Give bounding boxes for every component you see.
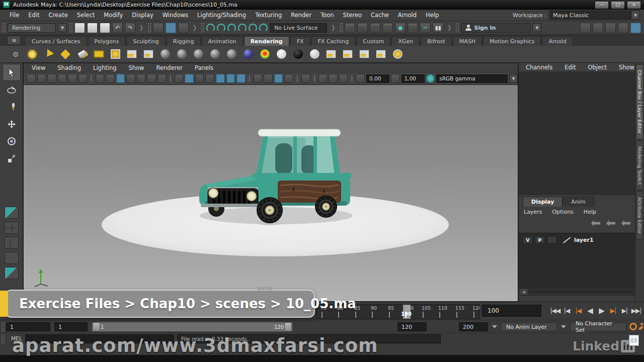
step-back-key-button[interactable]: |◀ — [573, 304, 584, 318]
layer-playback-toggle[interactable]: P — [535, 236, 545, 244]
drag-handle[interactable] — [69, 23, 72, 33]
workspace-dropdown-icon[interactable]: ▼ — [631, 11, 640, 20]
shelf-tab-rigging[interactable]: Rigging — [167, 36, 201, 46]
layout-outliner-button[interactable] — [5, 267, 19, 279]
menu-toon[interactable]: Toon — [316, 12, 338, 19]
shelf-tab-rendering[interactable]: Rendering — [244, 36, 289, 46]
snapshot-icon[interactable] — [78, 74, 88, 83]
drag-handle[interactable] — [455, 23, 459, 33]
hik-character-toggle-icon[interactable] — [593, 23, 603, 33]
safe-title-icon[interactable] — [157, 74, 167, 83]
move-tool[interactable] — [3, 116, 20, 132]
phong-material-icon[interactable] — [225, 48, 238, 61]
shelf-tab-custom[interactable]: Custom — [356, 36, 390, 46]
snap-to-grid-icon[interactable] — [206, 24, 215, 32]
2d-pan-zoom-icon[interactable] — [58, 74, 67, 83]
title-bar[interactable]: M Autodesk Maya: C:\Users\Lynda\Desktop\… — [0, 0, 644, 10]
shelf-tab-motion-graphics[interactable]: Motion Graphics — [483, 36, 541, 46]
menu-texturing[interactable]: Texturing — [251, 12, 286, 19]
modeling-toolkit-toggle-icon[interactable] — [580, 23, 591, 33]
character-set-selector[interactable]: No Character Set — [570, 322, 626, 331]
layout-four-view-button[interactable] — [5, 222, 19, 234]
colorspace-selector[interactable]: sRGB gamma — [436, 74, 508, 83]
gamma-field[interactable]: 1.00 — [401, 74, 425, 83]
anim-layer-selector[interactable]: No Anim Layer — [501, 322, 557, 331]
anisotropic-material-icon[interactable] — [175, 48, 188, 61]
snap-to-curve-icon[interactable] — [217, 24, 225, 32]
layer-menu-help[interactable]: Help — [584, 209, 596, 215]
section-divider[interactable]: ❭ — [445, 24, 453, 31]
layer-menu-layers[interactable]: Layers — [524, 209, 542, 215]
sign-in-button[interactable]: Sign In — [461, 23, 530, 33]
panel-menu-lighting[interactable]: Lighting — [93, 64, 122, 71]
drag-handle[interactable] — [2, 23, 6, 33]
hypershade-icon[interactable]: ● — [395, 23, 406, 33]
script-editor-icon[interactable]: {;} — [629, 335, 639, 346]
live-surface-field[interactable]: No Live Surface — [270, 23, 327, 33]
open-scene-icon[interactable] — [87, 23, 98, 33]
anim-layer-dropdown-icon[interactable] — [492, 325, 497, 328]
resolution-gate-icon[interactable] — [116, 74, 125, 83]
shadows-icon[interactable] — [236, 74, 246, 83]
step-forward-key-button[interactable]: ▶| — [607, 304, 619, 318]
colorspace-dropdown-icon[interactable]: ▼ — [509, 74, 518, 83]
blinn-material-icon[interactable] — [192, 48, 205, 61]
field-chart-icon[interactable] — [137, 74, 146, 83]
menu-display[interactable]: Display — [127, 12, 157, 19]
shelf-gear-icon[interactable]: ⚙ — [9, 48, 22, 61]
textured-icon[interactable] — [205, 74, 214, 83]
render-view-icon[interactable] — [345, 23, 355, 33]
layout-checker-button[interactable] — [5, 207, 19, 219]
tool-settings-toggle-icon[interactable] — [630, 23, 641, 33]
playback-start-field[interactable]: 1 — [54, 322, 88, 331]
shelf-tab-bifrost[interactable]: Bifrost — [421, 36, 452, 46]
directional-light-icon[interactable] — [42, 48, 55, 61]
create-layer-icon[interactable] — [621, 220, 630, 226]
snap-to-point-icon[interactable] — [227, 24, 236, 32]
range-slider[interactable]: 1 120 — [92, 322, 293, 332]
step-back-frame-button[interactable]: |◀ — [561, 304, 573, 318]
ramp-shader-icon[interactable] — [258, 48, 271, 61]
lasso-tool[interactable] — [3, 82, 20, 98]
layer-menu-options[interactable]: Options — [552, 209, 573, 215]
play-forwards-button[interactable]: ▶ — [596, 304, 607, 318]
shelf-menu-icon[interactable]: ≡ — [7, 36, 21, 45]
surface-shader-icon[interactable] — [275, 48, 288, 61]
section-divider[interactable]: ❭ — [191, 24, 199, 31]
layer-tab-display[interactable]: Display — [523, 197, 562, 207]
drag-handle[interactable] — [339, 23, 343, 33]
shelf-tab-xgen[interactable]: XGen — [391, 36, 420, 46]
id-tag-icon[interactable] — [142, 48, 155, 61]
go-to-end-button[interactable]: ▶▶| — [630, 304, 642, 318]
paint-assign-icon[interactable] — [391, 48, 404, 61]
shelf-tab-sculpting[interactable]: Sculpting — [126, 36, 165, 46]
smooth-shade-icon[interactable] — [185, 74, 194, 83]
ambient-light-icon[interactable] — [59, 48, 72, 61]
light-editor-icon[interactable] — [408, 23, 418, 33]
drag-handle[interactable] — [201, 23, 204, 33]
menu-cache[interactable]: Cache — [366, 12, 393, 19]
select-hierarchy-icon[interactable] — [153, 23, 164, 33]
xray-joints-icon[interactable] — [329, 74, 338, 83]
standard-surface-material-icon[interactable] — [158, 48, 172, 61]
xray-icon[interactable] — [318, 74, 328, 83]
motion-blur-icon[interactable] — [264, 74, 273, 83]
menu-channels[interactable]: Channels — [526, 64, 558, 71]
tab-modeling-toolkit[interactable]: Modeling Toolkit — [636, 141, 643, 191]
lighting-all-icon[interactable] — [226, 74, 235, 83]
playback-end-field[interactable]: 120 — [397, 322, 427, 331]
drag-handle[interactable] — [1, 322, 5, 332]
menu-help[interactable]: Help — [421, 12, 443, 19]
layered-shader-icon[interactable] — [242, 48, 255, 61]
image-plane-icon[interactable] — [47, 74, 56, 83]
menu-arnold[interactable]: Arnold — [393, 12, 421, 19]
contrast-icon[interactable] — [391, 74, 400, 83]
snap-to-view-plane-icon[interactable] — [249, 24, 257, 32]
material-eye-icon[interactable] — [374, 48, 387, 61]
shaderfx-shader-icon[interactable] — [308, 48, 321, 61]
lambert-material-icon[interactable] — [208, 48, 221, 61]
redo-icon[interactable]: ↷ — [125, 23, 135, 33]
point-light-icon[interactable] — [26, 48, 39, 61]
snap-to-projected-center-icon[interactable] — [238, 24, 247, 32]
layer-visibility-toggle[interactable]: V — [523, 236, 533, 244]
